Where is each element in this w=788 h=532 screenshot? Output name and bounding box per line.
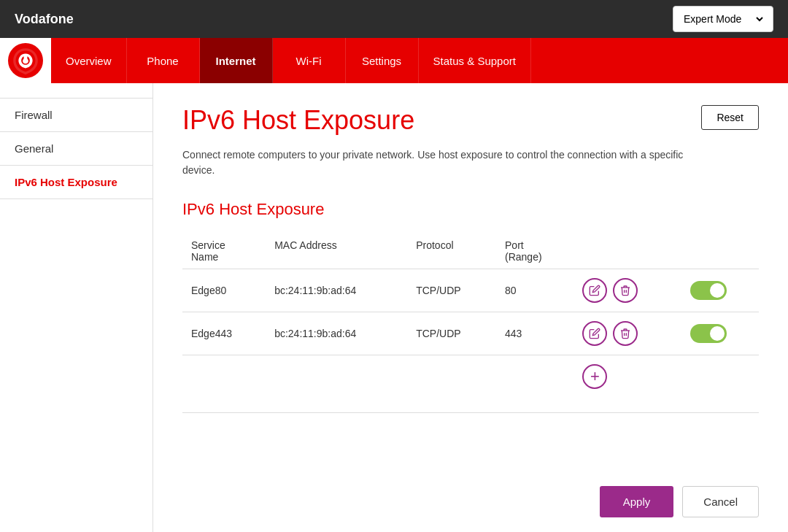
mac-address-cell: bc:24:11:9b:ad:64	[266, 269, 407, 312]
nav-item-settings[interactable]: Settings	[346, 38, 419, 83]
toggle-row1[interactable]	[690, 281, 727, 300]
cancel-button[interactable]: Cancel	[682, 486, 759, 517]
mode-selector[interactable]: Expert Mode Standard Mode	[673, 6, 773, 32]
col-header-mac: MAC Address	[266, 234, 407, 269]
page-header: IPv6 Host Exposure Reset	[182, 105, 759, 136]
sidebar: Firewall General IPv6 Host Exposure	[0, 83, 153, 532]
edit-button-row2[interactable]	[582, 321, 607, 346]
add-cell: +	[573, 355, 681, 398]
toggle-row2[interactable]	[690, 324, 727, 343]
reset-button[interactable]: Reset	[701, 105, 759, 130]
apply-button[interactable]: Apply	[600, 486, 674, 517]
sidebar-item-ipv6-host-exposure[interactable]: IPv6 Host Exposure	[0, 166, 152, 199]
main-content: Firewall General IPv6 Host Exposure IPv6…	[0, 83, 788, 532]
toggle-cell-row2	[681, 312, 759, 355]
service-name-cell: Edge80	[182, 269, 266, 312]
main-nav: Overview Phone Internet Wi-Fi Settings S…	[51, 38, 788, 83]
mode-dropdown[interactable]: Expert Mode Standard Mode	[681, 12, 765, 26]
service-name-cell: Edge443	[182, 312, 266, 355]
brand-title: Vodafone	[15, 12, 74, 27]
nav-item-overview[interactable]: Overview	[51, 38, 127, 83]
nav-item-status-support[interactable]: Status & Support	[419, 38, 531, 83]
vodafone-logo	[0, 38, 51, 83]
add-button[interactable]: +	[582, 364, 607, 389]
col-header-toggle	[681, 234, 759, 269]
action-buttons-cell	[573, 312, 681, 355]
page-description: Connect remote computers to your private…	[182, 147, 693, 178]
col-header-actions	[573, 234, 681, 269]
port-cell: 80	[496, 269, 573, 312]
toggle-cell-row1	[681, 269, 759, 312]
top-bar: Vodafone Expert Mode Standard Mode	[0, 0, 788, 38]
delete-button-row1[interactable]	[613, 278, 638, 303]
nav-item-phone[interactable]: Phone	[127, 38, 200, 83]
protocol-cell: TCP/UDP	[407, 312, 496, 355]
actions-row: Apply Cancel	[600, 486, 759, 517]
exposure-table: ServiceName MAC Address Protocol Port(Ra…	[182, 234, 759, 398]
table-row: Edge80 bc:24:11:9b:ad:64 TCP/UDP 80	[182, 269, 759, 312]
nav-item-wifi[interactable]: Wi-Fi	[273, 38, 346, 83]
content-area: IPv6 Host Exposure Reset Connect remote …	[153, 83, 788, 532]
col-header-protocol: Protocol	[407, 234, 496, 269]
add-row: +	[182, 355, 759, 398]
divider	[182, 412, 759, 413]
edit-button-row1[interactable]	[582, 278, 607, 303]
sidebar-item-general[interactable]: General	[0, 132, 152, 166]
sidebar-item-firewall[interactable]: Firewall	[0, 98, 152, 132]
table-row: Edge443 bc:24:11:9b:ad:64 TCP/UDP 443	[182, 312, 759, 355]
col-header-port: Port(Range)	[496, 234, 573, 269]
section-title: IPv6 Host Exposure	[182, 200, 759, 219]
nav-item-internet[interactable]: Internet	[200, 38, 273, 83]
col-header-service-name: ServiceName	[182, 234, 266, 269]
action-buttons-cell	[573, 269, 681, 312]
delete-button-row2[interactable]	[613, 321, 638, 346]
page-title: IPv6 Host Exposure	[182, 105, 414, 136]
nav-bar: Overview Phone Internet Wi-Fi Settings S…	[0, 38, 788, 83]
mac-address-cell: bc:24:11:9b:ad:64	[266, 312, 407, 355]
port-cell: 443	[496, 312, 573, 355]
protocol-cell: TCP/UDP	[407, 269, 496, 312]
